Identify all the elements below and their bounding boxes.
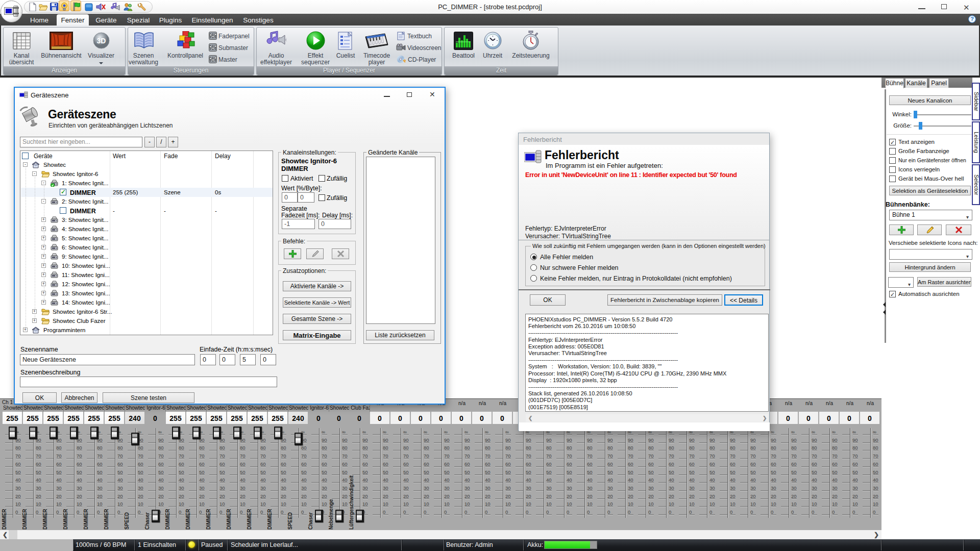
svg-text:3D: 3D (97, 37, 106, 45)
